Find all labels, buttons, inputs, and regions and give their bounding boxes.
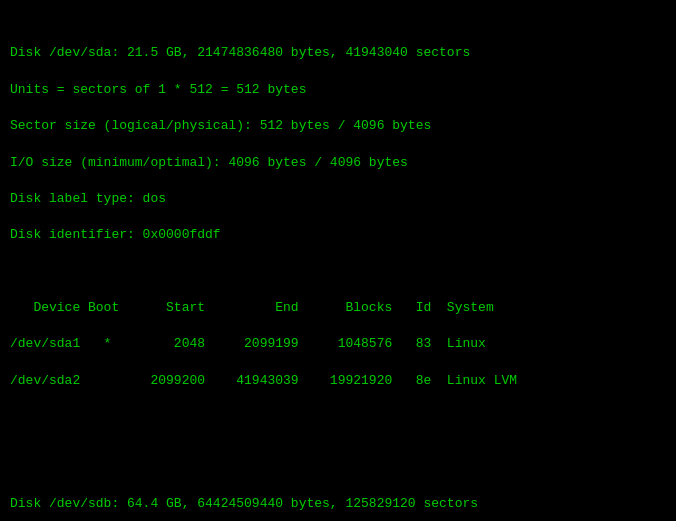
- sda-io-size: I/O size (minimum/optimal): 4096 bytes /…: [10, 155, 408, 170]
- sda2-row: /dev/sda2 2099200 41943039 19921920 8e L…: [10, 373, 517, 388]
- sdb-block: Disk /dev/sdb: 64.4 GB, 64424509440 byte…: [10, 477, 666, 521]
- sda-sector-size: Sector size (logical/physical): 512 byte…: [10, 118, 431, 133]
- terminal-output: Disk /dev/sda: 21.5 GB, 21474836480 byte…: [10, 8, 666, 521]
- sda-table-header: Device Boot Start End Blocks Id System: [10, 300, 494, 315]
- sda-identifier: Disk identifier: 0x0000fddf: [10, 227, 221, 242]
- sda-disk-info: Disk /dev/sda: 21.5 GB, 21474836480 byte…: [10, 45, 470, 60]
- sdb-disk-info: Disk /dev/sdb: 64.4 GB, 64424509440 byte…: [10, 496, 478, 511]
- sda-block: Disk /dev/sda: 21.5 GB, 21474836480 byte…: [10, 26, 666, 390]
- sda-units: Units = sectors of 1 * 512 = 512 bytes: [10, 82, 306, 97]
- sda-label-type: Disk label type: dos: [10, 191, 166, 206]
- sda1-row: /dev/sda1 * 2048 2099199 1048576 83 Linu…: [10, 336, 486, 351]
